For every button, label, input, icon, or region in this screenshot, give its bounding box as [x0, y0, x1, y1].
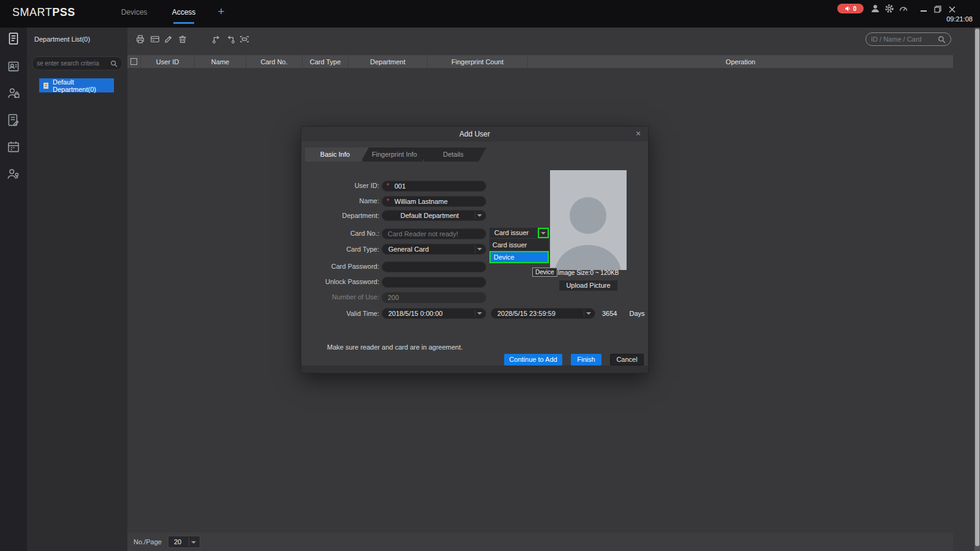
- batch-card-icon[interactable]: [149, 34, 160, 45]
- chevron-down-icon: [541, 232, 546, 234]
- alarm-count: 0: [853, 6, 857, 12]
- continue-to-add-button[interactable]: Continue to Add: [504, 354, 562, 365]
- organization-icon[interactable]: [6, 59, 21, 73]
- select-divider: [475, 310, 475, 317]
- valid-time-end-select[interactable]: 2028/5/15 23:59:59: [491, 308, 595, 319]
- titlebar: SMARTPSS Devices Access + 0 09:21: [0, 0, 980, 28]
- tab-details[interactable]: Details: [424, 148, 486, 162]
- new-tab-button[interactable]: +: [216, 5, 227, 18]
- unlock-password-field[interactable]: [382, 277, 486, 288]
- col-name[interactable]: Name: [195, 55, 246, 68]
- upload-picture-button[interactable]: Upload Picture: [559, 280, 618, 291]
- image-size-hint: Image Size:0 ~ 120KB: [548, 269, 629, 276]
- card-source-dropdown: Card issuer Card issuer Device: [489, 227, 549, 264]
- department-search-input[interactable]: [37, 60, 110, 67]
- print-icon[interactable]: [135, 34, 146, 45]
- col-department[interactable]: Department: [349, 55, 428, 68]
- dialog-title: Add User: [301, 127, 648, 141]
- col-user-id[interactable]: User ID: [141, 55, 195, 68]
- user-table-header: User ID Name Card No. Card Type Departme…: [127, 55, 953, 68]
- app-logo: SMARTPSS: [12, 6, 75, 19]
- export-icon[interactable]: [225, 34, 236, 45]
- card-password-field[interactable]: [382, 261, 486, 272]
- tab-access[interactable]: Access: [170, 8, 198, 17]
- chevron-down-icon: [191, 541, 196, 544]
- department-item-default[interactable]: Default Department(0): [39, 78, 114, 92]
- user-id-field[interactable]: [382, 181, 486, 192]
- name-label: Name:: [301, 197, 379, 204]
- card-no-field[interactable]: [382, 228, 486, 239]
- page-size-select[interactable]: 20: [168, 536, 200, 548]
- department-select-value: Default Department: [401, 212, 459, 219]
- active-tab-underline: [173, 22, 194, 24]
- option-device[interactable]: Device: [489, 251, 549, 263]
- page-size-value: 20: [174, 538, 181, 545]
- valid-time-start-select[interactable]: 2018/5/15 0:00:00: [382, 308, 486, 319]
- card-reader-icon[interactable]: [239, 34, 250, 45]
- valid-days-unit: Days: [629, 310, 644, 317]
- department-panel: Department List(0) Default Department(0): [27, 28, 127, 551]
- report-icon[interactable]: [6, 113, 21, 127]
- close-icon[interactable]: [947, 5, 957, 13]
- alarm-badge[interactable]: 0: [837, 4, 864, 13]
- number-of-use-label: Number of Use:: [301, 293, 379, 301]
- dashboard-gauge-icon[interactable]: [899, 4, 908, 13]
- search-icon[interactable]: [938, 36, 946, 43]
- dialog-close-icon[interactable]: ×: [633, 129, 643, 139]
- department-search-box: [32, 56, 123, 70]
- col-fingerprint-count[interactable]: Fingerprint Count: [428, 55, 528, 68]
- chevron-down-icon: [477, 248, 482, 250]
- user-id-label: User ID:: [301, 182, 379, 189]
- user-icon[interactable]: [870, 4, 880, 13]
- minimize-icon[interactable]: [919, 5, 929, 13]
- search-icon[interactable]: [110, 60, 118, 67]
- valid-time-end-value: 2028/5/15 23:59:59: [497, 310, 556, 317]
- restore-icon[interactable]: [933, 5, 943, 13]
- valid-time-start-value: 2018/5/15 0:00:00: [388, 310, 443, 317]
- card-type-select[interactable]: General Card: [382, 244, 486, 255]
- dialog-bottom-band: [301, 365, 648, 373]
- col-operation[interactable]: Operation: [528, 55, 953, 68]
- page-size-label: No./Page: [134, 538, 162, 545]
- select-divider: [475, 212, 475, 219]
- card-source-button[interactable]: Card issuer: [489, 227, 549, 239]
- col-card-no[interactable]: Card No.: [246, 55, 303, 68]
- device-tooltip: Device: [532, 268, 557, 277]
- tab-devices[interactable]: Devices: [120, 8, 148, 17]
- user-search-input[interactable]: [871, 36, 938, 43]
- col-card-type[interactable]: Card Type: [303, 55, 349, 68]
- select-divider: [475, 246, 475, 253]
- option-card-issuer[interactable]: Card issuer: [489, 239, 549, 251]
- card-source-arrow-button[interactable]: [538, 228, 549, 238]
- tab-fingerprint-info[interactable]: Fingerprint Info: [363, 148, 430, 162]
- card-source-options: Card issuer Device: [489, 239, 549, 264]
- import-icon[interactable]: [211, 34, 222, 45]
- settings-gear-icon[interactable]: [884, 4, 894, 13]
- pagination-bar: No./Page 20: [127, 533, 953, 551]
- select-all-checkbox[interactable]: [130, 58, 137, 65]
- select-divider: [584, 310, 584, 317]
- name-field[interactable]: [382, 196, 486, 207]
- calendar-icon[interactable]: [6, 140, 21, 154]
- console-icon[interactable]: [6, 31, 21, 46]
- finish-button[interactable]: Finish: [571, 354, 601, 365]
- add-user-dialog: Add User × Basic Info Fingerprint Info D…: [301, 126, 649, 373]
- edit-icon[interactable]: [163, 34, 174, 45]
- card-type-label: Card Type:: [301, 246, 379, 253]
- card-source-selected: Card issuer: [489, 228, 538, 238]
- permission-icon[interactable]: [6, 167, 21, 181]
- valid-days-value: 3654: [602, 310, 617, 317]
- scrollbar-thumb[interactable]: [975, 29, 979, 546]
- user-lock-icon[interactable]: [6, 86, 21, 100]
- select-divider: [189, 538, 189, 546]
- scrollbar[interactable]: [974, 28, 980, 551]
- user-photo-placeholder[interactable]: [550, 170, 627, 270]
- cancel-button[interactable]: Cancel: [610, 354, 644, 365]
- delete-icon[interactable]: [177, 34, 188, 45]
- dialog-tabs: Basic Info Fingerprint Info Details: [305, 148, 486, 162]
- department-icon: [42, 82, 50, 89]
- select-all-cell: [127, 55, 141, 68]
- tab-basic-info[interactable]: Basic Info: [305, 148, 369, 162]
- department-select[interactable]: Default Department: [382, 210, 486, 221]
- department-item-label: Default Department(0): [53, 78, 111, 93]
